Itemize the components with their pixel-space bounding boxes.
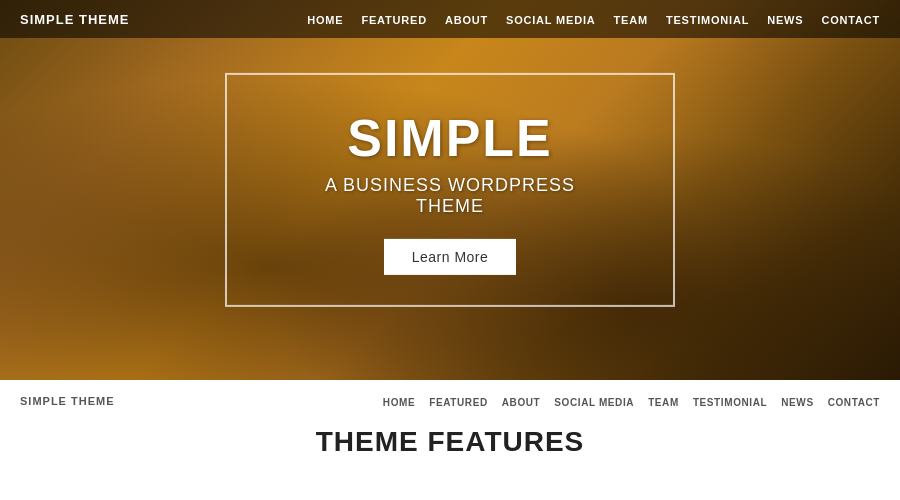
- bottom-section: SIMPLE THEME HOMEFEATUREDABOUTSOCIAL MED…: [0, 380, 900, 500]
- top-nav-link[interactable]: CONTACT: [821, 14, 880, 26]
- hero-content-box: SIMPLE A BUSINESS WORDPRESS THEME Learn …: [225, 73, 675, 307]
- bottom-nav-link[interactable]: SOCIAL MEDIA: [554, 397, 634, 408]
- bottom-nav-link[interactable]: FEATURED: [429, 397, 488, 408]
- top-nav-item[interactable]: CONTACT: [821, 10, 880, 28]
- top-nav-link[interactable]: ABOUT: [445, 14, 488, 26]
- hero-section: SIMPLE A BUSINESS WORDPRESS THEME Learn …: [0, 0, 900, 380]
- bottom-nav-link[interactable]: CONTACT: [828, 397, 880, 408]
- top-nav-item[interactable]: FEATURED: [361, 10, 426, 28]
- top-nav-link[interactable]: TEAM: [614, 14, 648, 26]
- top-nav-link[interactable]: NEWS: [767, 14, 803, 26]
- top-nav-item[interactable]: TEAM: [614, 10, 648, 28]
- bottom-nav-link[interactable]: TESTIMONIAL: [693, 397, 767, 408]
- bottom-navbar: SIMPLE THEME HOMEFEATUREDABOUTSOCIAL MED…: [0, 380, 900, 410]
- top-nav-item[interactable]: NEWS: [767, 10, 803, 28]
- site-logo: SIMPLE THEME: [20, 12, 130, 27]
- top-nav-link[interactable]: TESTIMONIAL: [666, 14, 749, 26]
- bottom-nav-link[interactable]: HOME: [383, 397, 415, 408]
- top-nav-item[interactable]: HOME: [307, 10, 343, 28]
- hero-title: SIMPLE: [297, 110, 603, 167]
- bottom-nav-item[interactable]: HOME: [383, 392, 415, 410]
- top-nav-links: HOMEFEATUREDABOUTSOCIAL MEDIATEAMTESTIMO…: [307, 10, 880, 28]
- top-nav-item[interactable]: TESTIMONIAL: [666, 10, 749, 28]
- bottom-nav-link[interactable]: NEWS: [781, 397, 813, 408]
- bottom-nav-link[interactable]: TEAM: [648, 397, 679, 408]
- top-nav-item[interactable]: SOCIAL MEDIA: [506, 10, 595, 28]
- bottom-nav-item[interactable]: CONTACT: [828, 392, 880, 410]
- top-nav-item[interactable]: ABOUT: [445, 10, 488, 28]
- top-nav-link[interactable]: FEATURED: [361, 14, 426, 26]
- top-nav-link[interactable]: SOCIAL MEDIA: [506, 14, 595, 26]
- bottom-nav-links: HOMEFEATUREDABOUTSOCIAL MEDIATEAMTESTIMO…: [383, 392, 880, 410]
- bottom-nav-link[interactable]: ABOUT: [502, 397, 541, 408]
- hero-subtitle: A BUSINESS WORDPRESS THEME: [297, 175, 603, 217]
- top-navbar: SIMPLE THEME HOMEFEATUREDABOUTSOCIAL MED…: [0, 0, 900, 38]
- bottom-nav-item[interactable]: SOCIAL MEDIA: [554, 392, 634, 410]
- bottom-nav-item[interactable]: FEATURED: [429, 392, 488, 410]
- bottom-nav-item[interactable]: NEWS: [781, 392, 813, 410]
- theme-features-heading: THEME FEATURES: [316, 426, 585, 458]
- learn-more-button[interactable]: Learn More: [384, 239, 517, 275]
- top-nav-link[interactable]: HOME: [307, 14, 343, 26]
- site-logo-bottom: SIMPLE THEME: [20, 395, 115, 407]
- bottom-nav-item[interactable]: TESTIMONIAL: [693, 392, 767, 410]
- bottom-nav-item[interactable]: ABOUT: [502, 392, 541, 410]
- bottom-nav-item[interactable]: TEAM: [648, 392, 679, 410]
